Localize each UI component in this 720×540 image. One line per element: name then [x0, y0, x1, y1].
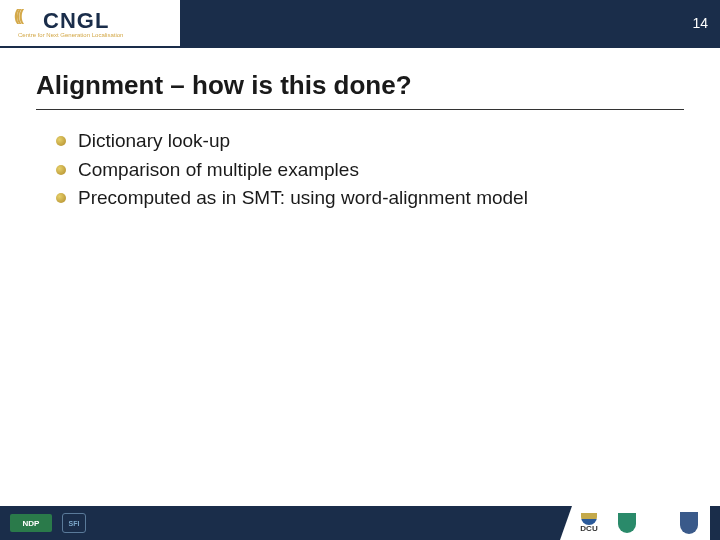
sfi-logo-icon: SFI [62, 513, 86, 533]
page-number: 14 [692, 15, 708, 31]
slide-content: Alignment – how is this done? Dictionary… [0, 48, 720, 236]
tcd-logo-icon [680, 512, 698, 534]
header-dark-strip: 14 [180, 0, 720, 46]
dcu-logo-icon: DCU [572, 511, 606, 535]
footer-right-logos: DCU [560, 506, 710, 540]
ucd-logo-icon [618, 513, 636, 533]
brand-subtitle: Centre for Next Generation Localisation [18, 32, 180, 38]
list-item: Precomputed as in SMT: using word-alignm… [56, 185, 684, 212]
ndp-logo-icon: NDP [10, 514, 52, 532]
header-bar: CNGL Centre for Next Generation Localisa… [0, 0, 720, 48]
slide-title: Alignment – how is this done? [36, 70, 684, 110]
list-item: Comparison of multiple examples [56, 157, 684, 184]
footer-left-logos: NDP SFI [10, 513, 86, 533]
bullet-list: Dictionary look-up Comparison of multipl… [36, 128, 684, 212]
wave-icon [16, 11, 40, 31]
list-item: Dictionary look-up [56, 128, 684, 155]
footer-bar: NDP SFI DCU [0, 506, 720, 540]
brand-logo: CNGL Centre for Next Generation Localisa… [0, 0, 180, 46]
brand-logo-text: CNGL [16, 8, 180, 34]
brand-name: CNGL [43, 8, 109, 34]
grid-logo-icon [648, 513, 668, 533]
